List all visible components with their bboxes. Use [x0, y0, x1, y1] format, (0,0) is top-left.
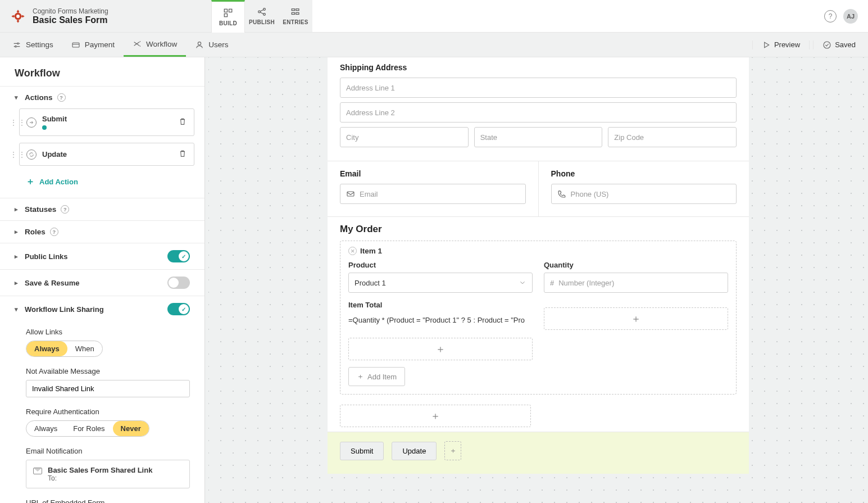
allow-when[interactable]: When [67, 341, 102, 356]
svg-rect-8 [296, 9, 299, 11]
allow-always[interactable]: Always [26, 341, 67, 356]
play-icon [762, 40, 771, 49]
section-roles[interactable]: ▸ Roles ? [0, 221, 204, 243]
public-links-toggle[interactable] [167, 250, 190, 262]
placeholder-text: City [346, 133, 358, 142]
item-total-expression[interactable]: =Quantity * (Product = "Product 1" ? 5 :… [348, 312, 533, 328]
link-sharing-toggle[interactable] [167, 303, 190, 315]
state-field[interactable]: State [474, 127, 603, 147]
tab-publish[interactable]: PUBLISH [245, 0, 279, 32]
section-public-links[interactable]: ▸ Public Links [0, 243, 204, 269]
subnav-users[interactable]: Users [186, 33, 237, 57]
section-actions-head[interactable]: ▾ Actions ? [0, 87, 204, 108]
form-canvas[interactable]: Shipping Address Address Line 1 Address … [205, 57, 868, 503]
chevron-down-icon: ▾ [15, 306, 20, 313]
help-icon[interactable]: ? [61, 205, 69, 214]
item-label: Item 1 [360, 247, 382, 255]
action-submit[interactable]: ⋮⋮ Submit [19, 108, 194, 136]
add-action-placeholder[interactable]: ＋ [444, 441, 461, 460]
phone-label: Phone [551, 169, 737, 178]
svg-point-14 [198, 42, 201, 44]
plus-icon: ＋ [357, 371, 364, 382]
check-circle-icon [822, 40, 831, 49]
remove-item-icon[interactable]: ✕ [348, 247, 357, 255]
help-icon[interactable]: ? [50, 228, 58, 236]
save-resume-toggle[interactable] [167, 277, 190, 289]
svg-rect-16 [347, 192, 354, 196]
shipping-title: Shipping Address [340, 63, 737, 72]
require-auth-options: Always For Roles Never [26, 420, 149, 437]
subnav-settings[interactable]: Settings [3, 33, 62, 57]
tab-build-label: BUILD [219, 20, 237, 26]
subnav-settings-label: Settings [26, 40, 53, 49]
hash-icon: # [550, 279, 554, 287]
svg-rect-7 [292, 9, 294, 11]
subnav-payment[interactable]: Payment [62, 33, 124, 57]
action-type-icon [26, 149, 37, 160]
help-button[interactable]: ? [824, 10, 837, 22]
phone-field[interactable]: Phone (US) [551, 184, 737, 204]
help-icon[interactable]: ? [57, 93, 66, 102]
allow-links-options: Always When [26, 341, 103, 357]
app-logo [10, 8, 26, 24]
action-label: Update [42, 150, 178, 158]
action-status-dot [42, 125, 47, 130]
item-total-label: Item Total [348, 301, 533, 309]
add-field-placeholder[interactable]: ＋ [544, 307, 728, 330]
form-preview: Shipping Address Address Line 1 Address … [328, 57, 749, 474]
city-field[interactable]: City [340, 127, 469, 147]
svg-rect-2 [229, 9, 232, 12]
section-link-sharing[interactable]: ▾ Workflow Link Sharing [0, 296, 204, 322]
add-action-button[interactable]: ＋ Add Action [19, 173, 194, 191]
subnav-payment-label: Payment [85, 40, 115, 49]
auth-never[interactable]: Never [113, 421, 149, 436]
quantity-label: Quantity [544, 261, 728, 269]
add-field-placeholder[interactable]: ＋ [340, 405, 531, 427]
address-line-2-field[interactable]: Address Line 2 [340, 102, 737, 123]
section-save-resume[interactable]: ▸ Save & Resume [0, 270, 204, 296]
form-title[interactable]: Basic Sales Form [33, 15, 108, 25]
svg-point-12 [15, 46, 17, 47]
form-actions-bar: Submit Update ＋ [328, 432, 749, 474]
chevron-right-icon: ▸ [15, 206, 20, 213]
address-line-1-field[interactable]: Address Line 1 [340, 78, 737, 98]
user-avatar[interactable]: AJ [843, 9, 858, 24]
delete-icon[interactable] [178, 117, 187, 128]
drag-handle-icon[interactable]: ⋮⋮ [10, 118, 26, 127]
submit-button[interactable]: Submit [340, 442, 384, 460]
auth-always[interactable]: Always [26, 421, 65, 436]
update-button[interactable]: Update [392, 442, 437, 460]
action-label: Submit [42, 115, 178, 123]
section-statuses[interactable]: ▸ Statuses ? [0, 198, 204, 220]
email-field[interactable]: Email [340, 184, 526, 204]
email-notif-label: Email Notification [26, 447, 190, 455]
add-field-placeholder[interactable]: ＋ [348, 338, 533, 360]
drag-handle-icon[interactable]: ⋮⋮ [10, 150, 26, 159]
auth-for-roles[interactable]: For Roles [65, 421, 112, 436]
plus-icon: ＋ [26, 176, 35, 188]
not-available-label: Not Available Message [26, 367, 190, 375]
user-icon [195, 40, 204, 49]
tab-entries[interactable]: ENTRIES [279, 0, 312, 32]
action-type-icon [26, 117, 37, 128]
quantity-field[interactable]: # Number (Integer) [544, 273, 728, 293]
phone-icon [557, 189, 566, 198]
preview-button[interactable]: Preview [752, 40, 810, 49]
product-select[interactable]: Product 1 [348, 273, 533, 293]
placeholder-text: Address Line 1 [346, 84, 395, 92]
link-sharing-label: Workflow Link Sharing [25, 305, 104, 314]
repeating-section[interactable]: ✕ Item 1 Product Product 1 Item Total [340, 241, 737, 395]
action-update[interactable]: ⋮⋮ Update [19, 143, 194, 166]
tab-build[interactable]: BUILD [211, 0, 245, 33]
save-resume-label: Save & Resume [25, 279, 80, 287]
not-available-input[interactable] [26, 380, 190, 397]
add-item-button[interactable]: ＋ Add Item [348, 367, 405, 386]
workflow-icon [133, 39, 142, 48]
subnav-workflow[interactable]: Workflow [124, 33, 186, 57]
org-name: Cognito Forms Marketing [33, 7, 108, 15]
delete-icon[interactable] [178, 149, 187, 160]
email-notification-card[interactable]: Basic Sales Form Shared Link To: [26, 460, 190, 488]
product-value: Product 1 [355, 279, 386, 287]
zip-field[interactable]: Zip Code [608, 127, 737, 147]
placeholder-text: Number (Integer) [558, 279, 614, 287]
